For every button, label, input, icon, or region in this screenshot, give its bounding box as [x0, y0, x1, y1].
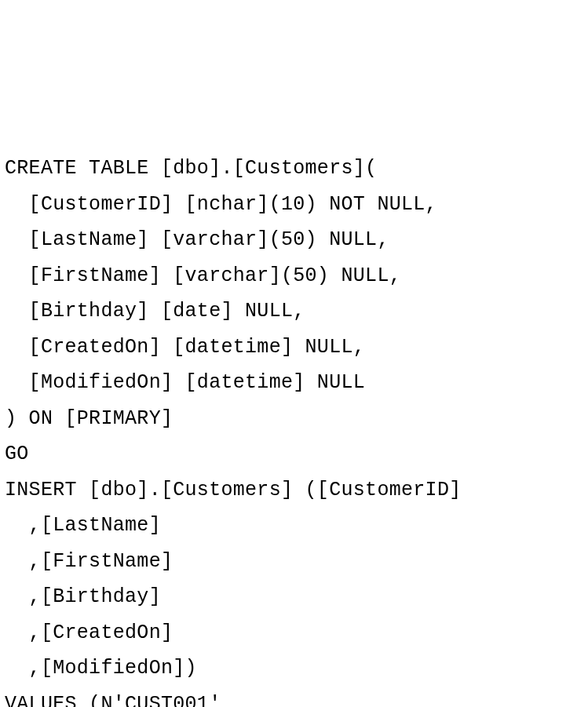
code-line: ,[Birthday]	[5, 585, 161, 608]
code-line: [LastName] [varchar](50) NULL,	[5, 228, 389, 251]
code-line: ,[LastName]	[5, 514, 161, 537]
code-line: [CreatedOn] [datetime] NULL,	[5, 336, 365, 359]
code-line: ) ON [PRIMARY]	[5, 407, 173, 430]
sql-code-block: CREATE TABLE [dbo].[Customers]( [Custome…	[5, 151, 583, 707]
code-line: VALUES (N'CUST001'	[5, 693, 221, 708]
code-line: INSERT [dbo].[Customers] ([CustomerID]	[5, 479, 462, 501]
code-line: ,[ModifiedOn])	[5, 657, 197, 680]
code-line: [FirstName] [varchar](50) NULL,	[5, 264, 401, 287]
code-line: [ModifiedOn] [datetime] NULL	[5, 371, 365, 394]
code-line: GO	[5, 443, 29, 465]
code-line: [Birthday] [date] NULL,	[5, 300, 305, 323]
code-line: [CustomerID] [nchar](10) NOT NULL,	[5, 193, 437, 216]
code-line: CREATE TABLE [dbo].[Customers](	[5, 157, 377, 180]
code-line: ,[FirstName]	[5, 550, 173, 573]
code-line: ,[CreatedOn]	[5, 621, 173, 644]
